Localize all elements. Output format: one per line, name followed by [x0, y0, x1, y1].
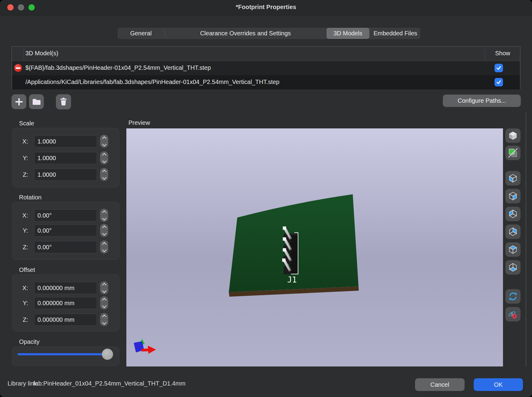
folder-icon — [31, 97, 42, 107]
check-icon — [496, 79, 502, 85]
ok-button[interactable]: OK — [474, 378, 523, 391]
browse-model-button[interactable] — [29, 94, 44, 109]
offset-y-stepper[interactable] — [100, 296, 108, 309]
opacity-slider-track[interactable] — [18, 353, 113, 355]
cube-bottom-face-icon — [508, 262, 518, 273]
library-link-value: fab:PinHeader_01x04_P2.54mm_Vertical_THT… — [33, 380, 186, 387]
scale-x-stepper[interactable] — [100, 135, 108, 148]
tab-bar: General Clearance Overrides and Settings… — [117, 27, 421, 40]
trash-icon — [58, 97, 69, 107]
rotation-y-stepper[interactable] — [100, 224, 108, 237]
tab-clearance-overrides[interactable]: Clearance Overrides and Settings — [165, 27, 326, 40]
view-front-button[interactable] — [505, 207, 521, 221]
view-right-button[interactable] — [505, 189, 521, 203]
scale-x-input[interactable] — [34, 135, 97, 147]
scale-z-stepper[interactable] — [100, 168, 108, 181]
render-options-gear-icon — [508, 309, 518, 320]
offset-z-input[interactable] — [34, 314, 97, 326]
view-bottom-button[interactable] — [505, 260, 521, 275]
cancel-button[interactable]: Cancel — [415, 378, 465, 391]
render-settings-button[interactable] — [505, 307, 521, 321]
offset-x-input[interactable] — [34, 282, 97, 294]
delete-model-button[interactable] — [56, 94, 71, 109]
tab-embedded-files[interactable]: Embedded Files — [370, 27, 421, 40]
render-material-toggle-button[interactable] — [505, 146, 521, 160]
check-icon — [496, 65, 502, 71]
view-back-button[interactable] — [505, 224, 521, 239]
show-checkbox[interactable] — [495, 64, 503, 72]
cube-top-face-icon — [508, 244, 518, 255]
scale-y-label: Y: — [13, 152, 28, 164]
diagonal-split-icon — [508, 147, 518, 158]
footprint-properties-dialog: *Footprint Properties General Clearance … — [0, 0, 532, 397]
column-divider — [485, 47, 485, 61]
cube-back-face-icon — [508, 226, 518, 237]
model-row[interactable]: ${FAB}/fab.3dshapes/PinHeader-01x04_P2.5… — [12, 61, 520, 75]
offset-y-input[interactable] — [34, 297, 97, 309]
axis-indicator — [135, 339, 156, 354]
model-table-header: 3D Model(s) Show — [12, 47, 520, 61]
scale-y-input[interactable] — [34, 152, 97, 164]
model-table: 3D Model(s) Show ${FAB}/fab.3dshapes/Pin… — [11, 46, 521, 89]
cube-left-face-icon — [508, 173, 518, 184]
view-left-button[interactable] — [505, 171, 521, 186]
preview-3d-scene: J1 — [126, 128, 503, 366]
rotation-y-input[interactable] — [34, 224, 97, 237]
model-column-header: 3D Model(s) — [25, 50, 58, 57]
reload-model-button[interactable] — [505, 289, 521, 304]
plus-icon — [14, 97, 24, 107]
rotation-z-stepper[interactable] — [100, 240, 108, 253]
rotation-y-label: Y: — [13, 224, 28, 237]
offset-z-stepper[interactable] — [100, 313, 108, 326]
rotation-z-input[interactable] — [34, 241, 97, 253]
panel-divider — [526, 112, 526, 366]
scale-z-label: Z: — [13, 169, 28, 181]
projection-toggle-button[interactable] — [505, 128, 521, 143]
offset-z-label: Z: — [13, 314, 28, 326]
rotation-x-stepper[interactable] — [100, 209, 108, 222]
reference-designator-label: J1 — [287, 275, 297, 284]
rotation-x-label: X: — [13, 209, 28, 221]
refresh-icon — [508, 291, 518, 302]
preview-label: Preview — [128, 119, 150, 126]
opacity-slider-thumb[interactable] — [102, 349, 113, 360]
offset-y-label: Y: — [13, 297, 28, 309]
file-not-found-icon — [14, 64, 22, 72]
preview-3d-viewport[interactable]: J1 — [126, 128, 503, 366]
opacity-section-label: Opacity — [19, 338, 40, 345]
offset-section-label: Offset — [19, 266, 35, 273]
view-top-button[interactable] — [505, 242, 521, 257]
tab-general[interactable]: General — [117, 27, 165, 40]
rotation-section-label: Rotation — [19, 194, 42, 201]
scale-x-label: X: — [13, 135, 28, 147]
model-row[interactable]: /Applications/KiCad/Libraries/fab/fab.3d… — [12, 75, 520, 89]
tab-3d-models[interactable]: 3D Models — [326, 28, 369, 39]
opacity-group — [12, 347, 119, 366]
offset-x-stepper[interactable] — [100, 281, 108, 294]
add-model-button[interactable] — [11, 94, 26, 109]
cube-front-face-icon — [508, 208, 518, 219]
show-checkbox[interactable] — [495, 78, 503, 86]
rotation-x-input[interactable] — [34, 209, 97, 221]
model-path: ${FAB}/fab.3dshapes/PinHeader-01x04_P2.5… — [25, 64, 211, 71]
scale-y-stepper[interactable] — [100, 151, 108, 164]
rotation-z-label: Z: — [13, 241, 28, 253]
configure-paths-button[interactable]: Configure Paths... — [443, 95, 521, 107]
model-path: /Applications/KiCad/Libraries/fab/fab.3d… — [25, 79, 279, 86]
show-column-header: Show — [485, 50, 520, 57]
cube-icon — [508, 130, 518, 141]
column-divider — [24, 47, 24, 61]
cube-right-face-icon — [508, 191, 518, 202]
titlebar: *Footprint Properties — [0, 0, 532, 15]
window-title: *Footprint Properties — [0, 4, 532, 11]
scale-z-input[interactable] — [34, 169, 97, 181]
offset-x-label: X: — [13, 282, 28, 294]
scale-section-label: Scale — [19, 120, 34, 127]
